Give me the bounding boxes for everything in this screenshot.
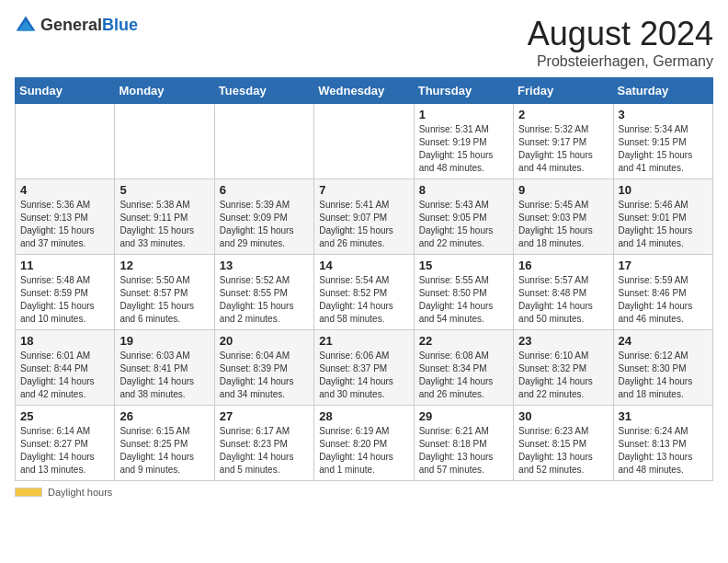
- col-header-friday: Friday: [514, 78, 613, 104]
- week-row-1: 1Sunrise: 5:31 AM Sunset: 9:19 PM Daylig…: [16, 104, 713, 179]
- day-number: 14: [319, 259, 408, 272]
- day-number: 9: [518, 183, 608, 197]
- day-number: 19: [119, 334, 209, 348]
- day-info: Sunrise: 5:54 AM Sunset: 8:52 PM Dayligh…: [319, 274, 408, 326]
- day-number: 30: [518, 409, 608, 423]
- day-info: Sunrise: 5:38 AM Sunset: 9:11 PM Dayligh…: [119, 199, 209, 250]
- day-number: 21: [319, 334, 408, 348]
- day-cell: [115, 104, 214, 179]
- day-cell: 21Sunrise: 6:06 AM Sunset: 8:37 PM Dayli…: [314, 330, 414, 406]
- week-row-5: 25Sunrise: 6:14 AM Sunset: 8:27 PM Dayli…: [16, 406, 713, 481]
- day-number: 17: [619, 259, 708, 272]
- day-info: Sunrise: 5:46 AM Sunset: 9:01 PM Dayligh…: [619, 199, 708, 250]
- main-title: August 2024: [528, 15, 713, 53]
- day-info: Sunrise: 5:45 AM Sunset: 9:03 PM Dayligh…: [518, 199, 608, 250]
- day-info: Sunrise: 5:59 AM Sunset: 8:46 PM Dayligh…: [619, 274, 708, 326]
- day-info: Sunrise: 5:50 AM Sunset: 8:57 PM Dayligh…: [119, 274, 209, 326]
- day-info: Sunrise: 6:15 AM Sunset: 8:25 PM Dayligh…: [119, 425, 209, 477]
- day-number: 29: [419, 409, 508, 423]
- day-cell: 4Sunrise: 5:36 AM Sunset: 9:13 PM Daylig…: [16, 179, 115, 255]
- day-cell: 12Sunrise: 5:50 AM Sunset: 8:57 PM Dayli…: [115, 255, 214, 330]
- col-header-sunday: Sunday: [16, 78, 115, 104]
- day-number: 13: [220, 259, 309, 272]
- logo-blue: Blue: [102, 16, 138, 34]
- day-number: 31: [619, 409, 708, 423]
- day-info: Sunrise: 5:55 AM Sunset: 8:50 PM Dayligh…: [419, 274, 508, 326]
- day-number: 8: [419, 183, 508, 197]
- day-cell: 24Sunrise: 6:12 AM Sunset: 8:30 PM Dayli…: [613, 330, 712, 406]
- day-info: Sunrise: 6:23 AM Sunset: 8:15 PM Dayligh…: [518, 425, 608, 477]
- day-number: 6: [220, 183, 309, 197]
- day-number: 3: [619, 108, 708, 121]
- header: GeneralBlue August 2024 Probsteierhagen,…: [15, 15, 713, 70]
- day-info: Sunrise: 5:43 AM Sunset: 9:05 PM Dayligh…: [419, 199, 508, 250]
- day-number: 20: [220, 334, 309, 348]
- day-info: Sunrise: 5:34 AM Sunset: 9:15 PM Dayligh…: [619, 123, 708, 175]
- day-cell: 10Sunrise: 5:46 AM Sunset: 9:01 PM Dayli…: [613, 179, 712, 255]
- logo: GeneralBlue: [15, 15, 138, 37]
- footer: Daylight hours: [15, 487, 713, 498]
- day-info: Sunrise: 6:03 AM Sunset: 8:41 PM Dayligh…: [119, 350, 209, 401]
- day-number: 7: [319, 183, 408, 197]
- col-header-saturday: Saturday: [613, 78, 712, 104]
- day-cell: 18Sunrise: 6:01 AM Sunset: 8:44 PM Dayli…: [16, 330, 115, 406]
- day-number: 27: [220, 409, 309, 423]
- day-number: 26: [119, 409, 209, 423]
- footer-bar-icon: [15, 488, 42, 497]
- day-info: Sunrise: 6:01 AM Sunset: 8:44 PM Dayligh…: [20, 350, 109, 401]
- day-cell: 8Sunrise: 5:43 AM Sunset: 9:05 PM Daylig…: [414, 179, 513, 255]
- day-cell: 14Sunrise: 5:54 AM Sunset: 8:52 PM Dayli…: [314, 255, 414, 330]
- day-cell: 29Sunrise: 6:21 AM Sunset: 8:18 PM Dayli…: [414, 406, 513, 481]
- day-cell: 30Sunrise: 6:23 AM Sunset: 8:15 PM Dayli…: [514, 406, 613, 481]
- day-info: Sunrise: 5:32 AM Sunset: 9:17 PM Dayligh…: [518, 123, 608, 175]
- logo-icon: [15, 15, 37, 37]
- day-cell: 20Sunrise: 6:04 AM Sunset: 8:39 PM Dayli…: [214, 330, 313, 406]
- footer-label: Daylight hours: [48, 487, 112, 498]
- day-info: Sunrise: 6:19 AM Sunset: 8:20 PM Dayligh…: [319, 425, 408, 477]
- day-cell: 7Sunrise: 5:41 AM Sunset: 9:07 PM Daylig…: [314, 179, 414, 255]
- day-info: Sunrise: 5:39 AM Sunset: 9:09 PM Dayligh…: [220, 199, 309, 250]
- title-block: August 2024 Probsteierhagen, Germany: [528, 15, 713, 70]
- day-cell: 17Sunrise: 5:59 AM Sunset: 8:46 PM Dayli…: [613, 255, 712, 330]
- day-number: 28: [319, 409, 408, 423]
- day-info: Sunrise: 5:31 AM Sunset: 9:19 PM Dayligh…: [419, 123, 508, 175]
- day-cell: 25Sunrise: 6:14 AM Sunset: 8:27 PM Dayli…: [16, 406, 115, 481]
- day-info: Sunrise: 5:36 AM Sunset: 9:13 PM Dayligh…: [20, 199, 109, 250]
- day-cell: 6Sunrise: 5:39 AM Sunset: 9:09 PM Daylig…: [214, 179, 313, 255]
- day-info: Sunrise: 6:14 AM Sunset: 8:27 PM Dayligh…: [20, 425, 109, 477]
- day-cell: 13Sunrise: 5:52 AM Sunset: 8:55 PM Dayli…: [214, 255, 313, 330]
- col-header-wednesday: Wednesday: [314, 78, 414, 104]
- day-cell: 11Sunrise: 5:48 AM Sunset: 8:59 PM Dayli…: [16, 255, 115, 330]
- day-number: 12: [119, 259, 209, 272]
- day-info: Sunrise: 6:08 AM Sunset: 8:34 PM Dayligh…: [419, 350, 508, 401]
- day-info: Sunrise: 6:06 AM Sunset: 8:37 PM Dayligh…: [319, 350, 408, 401]
- day-number: 25: [20, 409, 109, 423]
- day-number: 22: [419, 334, 508, 348]
- day-info: Sunrise: 5:41 AM Sunset: 9:07 PM Dayligh…: [319, 199, 408, 250]
- day-cell: 19Sunrise: 6:03 AM Sunset: 8:41 PM Dayli…: [115, 330, 214, 406]
- logo-general: General: [40, 16, 102, 34]
- day-cell: 3Sunrise: 5:34 AM Sunset: 9:15 PM Daylig…: [613, 104, 712, 179]
- day-cell: [214, 104, 313, 179]
- day-number: 2: [518, 108, 608, 121]
- day-info: Sunrise: 6:10 AM Sunset: 8:32 PM Dayligh…: [518, 350, 608, 401]
- day-cell: 15Sunrise: 5:55 AM Sunset: 8:50 PM Dayli…: [414, 255, 513, 330]
- day-cell: 31Sunrise: 6:24 AM Sunset: 8:13 PM Dayli…: [613, 406, 712, 481]
- calendar: SundayMondayTuesdayWednesdayThursdayFrid…: [15, 77, 713, 481]
- day-number: 11: [20, 259, 109, 272]
- col-header-tuesday: Tuesday: [214, 78, 313, 104]
- subtitle: Probsteierhagen, Germany: [528, 53, 713, 70]
- day-info: Sunrise: 6:12 AM Sunset: 8:30 PM Dayligh…: [619, 350, 708, 401]
- week-row-2: 4Sunrise: 5:36 AM Sunset: 9:13 PM Daylig…: [16, 179, 713, 255]
- day-cell: [314, 104, 414, 179]
- day-cell: 2Sunrise: 5:32 AM Sunset: 9:17 PM Daylig…: [514, 104, 613, 179]
- day-cell: 27Sunrise: 6:17 AM Sunset: 8:23 PM Dayli…: [214, 406, 313, 481]
- day-cell: 1Sunrise: 5:31 AM Sunset: 9:19 PM Daylig…: [414, 104, 513, 179]
- day-number: 4: [20, 183, 109, 197]
- day-cell: 23Sunrise: 6:10 AM Sunset: 8:32 PM Dayli…: [514, 330, 613, 406]
- day-number: 16: [518, 259, 608, 272]
- day-cell: 16Sunrise: 5:57 AM Sunset: 8:48 PM Dayli…: [514, 255, 613, 330]
- day-cell: 9Sunrise: 5:45 AM Sunset: 9:03 PM Daylig…: [514, 179, 613, 255]
- day-cell: 28Sunrise: 6:19 AM Sunset: 8:20 PM Dayli…: [314, 406, 414, 481]
- day-cell: [16, 104, 115, 179]
